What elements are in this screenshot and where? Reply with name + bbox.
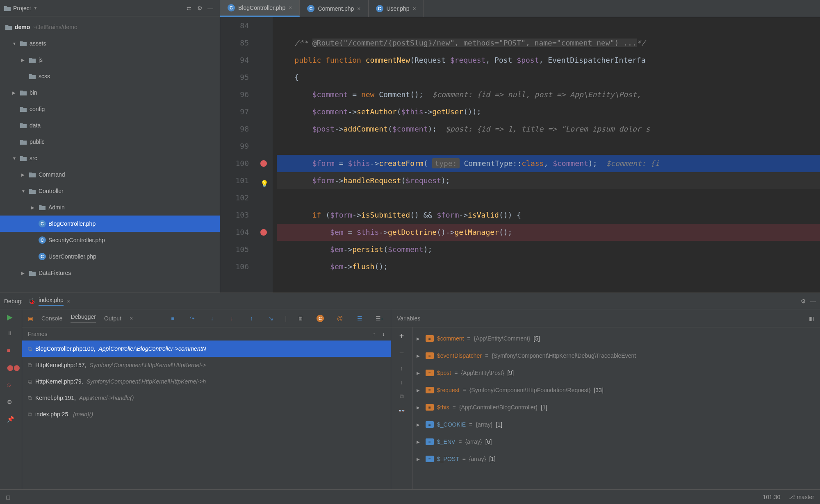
breakpoint-icon[interactable] bbox=[260, 160, 267, 167]
tree-item[interactable]: ▶js bbox=[0, 52, 220, 68]
code-line[interactable] bbox=[277, 189, 820, 207]
gear-icon[interactable]: ⚙ bbox=[801, 298, 806, 304]
scroll-from-source-icon[interactable]: ⇄ bbox=[184, 5, 194, 11]
stack-frame[interactable]: ⧉HttpKernel.php:157, Symfony\Component\H… bbox=[22, 357, 391, 373]
settings-icon[interactable]: ⚙ bbox=[7, 399, 15, 407]
line-number[interactable]: 98 bbox=[220, 120, 249, 138]
tree-item[interactable]: data bbox=[0, 117, 220, 134]
variable-row[interactable]: ▶≡$eventDispatcher = {Symfony\Component\… bbox=[412, 347, 820, 364]
line-number[interactable]: 103 bbox=[220, 207, 249, 224]
stop-icon[interactable]: ■ bbox=[7, 347, 15, 355]
line-number[interactable]: 100 bbox=[220, 155, 249, 172]
step-over-icon[interactable]: ↷ bbox=[187, 315, 198, 322]
remove-watch-icon[interactable]: − bbox=[399, 348, 404, 358]
code-line[interactable]: $post->addComment($comment); $post: {id … bbox=[277, 120, 820, 138]
code-line[interactable] bbox=[277, 17, 820, 34]
glasses-icon[interactable]: 👓 bbox=[398, 407, 405, 414]
code-line[interactable]: $em = $this->getDoctrine()->getManager()… bbox=[277, 224, 820, 241]
step-out-icon[interactable]: ↑ bbox=[246, 315, 257, 322]
expand-icon[interactable]: ▶ bbox=[417, 388, 422, 393]
breakpoint-icon[interactable] bbox=[260, 229, 267, 236]
variable-row[interactable]: ▶≡$this = {App\Controller\BlogController… bbox=[412, 399, 820, 416]
expand-icon[interactable]: ▶ bbox=[417, 336, 422, 341]
tree-item[interactable]: ▶Admin bbox=[0, 199, 220, 216]
line-number[interactable]: 97 bbox=[220, 103, 249, 120]
line-number[interactable]: 104 bbox=[220, 224, 249, 241]
move-down-icon[interactable]: ↓ bbox=[400, 379, 403, 386]
layout-icon[interactable]: ◧ bbox=[809, 315, 814, 322]
tree-item[interactable]: ▶Command bbox=[0, 166, 220, 183]
frames-list[interactable]: ⧉BlogController.php:100, App\Controller\… bbox=[22, 341, 391, 489]
expand-icon[interactable]: ▶ bbox=[417, 422, 422, 427]
list-icon[interactable]: ☰ bbox=[354, 315, 365, 322]
tree-item[interactable]: ▼assets bbox=[0, 35, 220, 52]
code-line[interactable]: $form = $this->createForm( type: Comment… bbox=[277, 155, 820, 172]
line-number[interactable]: 102 bbox=[220, 189, 249, 207]
view-breakpoints-icon[interactable]: ⬤⬤ bbox=[7, 364, 15, 372]
php-icon[interactable]: C bbox=[314, 315, 326, 322]
tree-item[interactable]: scss bbox=[0, 68, 220, 84]
tree-item[interactable]: ▶bin bbox=[0, 84, 220, 101]
hide-icon[interactable]: — bbox=[810, 298, 816, 304]
close-icon[interactable]: × bbox=[130, 315, 133, 322]
close-icon[interactable]: × bbox=[357, 5, 360, 12]
variable-row[interactable]: ▶≡$request = {Symfony\Component\HttpFoun… bbox=[412, 381, 820, 399]
stack-frame[interactable]: ⧉BlogController.php:100, App\Controller\… bbox=[22, 341, 391, 357]
at-icon[interactable]: @ bbox=[334, 315, 346, 322]
editor-tab[interactable]: CBlogController.php× bbox=[220, 0, 300, 17]
code-line[interactable]: public function commentNew(Request $requ… bbox=[277, 52, 820, 69]
project-root[interactable]: demo ~/JetBrains/demo bbox=[0, 19, 220, 35]
evaluate-icon[interactable]: 🖩 bbox=[295, 315, 306, 322]
stack-frame[interactable]: ⧉Kernel.php:191, App\Kernel->handle() bbox=[22, 390, 391, 406]
line-number[interactable]: 94 bbox=[220, 52, 249, 69]
expand-icon[interactable]: ▶ bbox=[417, 405, 422, 410]
git-branch[interactable]: ⎇ master bbox=[788, 494, 814, 500]
tool-windows-icon[interactable]: ◻ bbox=[6, 494, 11, 500]
variable-row[interactable]: ▶≡$_COOKIE = {array} [1] bbox=[412, 416, 820, 433]
editor-tab[interactable]: CUser.php× bbox=[369, 0, 424, 17]
gear-icon[interactable]: ⚙ bbox=[194, 5, 205, 11]
cursor-position[interactable]: 101:30 bbox=[763, 494, 780, 500]
editor-tab[interactable]: CComment.php× bbox=[300, 0, 368, 17]
tree-item[interactable]: ▼src bbox=[0, 150, 220, 166]
gutter-marks[interactable]: 💡 bbox=[256, 17, 273, 293]
pin-icon[interactable]: 📌 bbox=[7, 416, 15, 424]
line-number-gutter[interactable]: 8485949596979899100101102103104105106 bbox=[220, 17, 256, 293]
stack-frame[interactable]: ⧉HttpKernel.php:79, Symfony\Component\Ht… bbox=[22, 373, 391, 390]
code-line[interactable]: if ($form->isSubmitted() && $form->isVal… bbox=[277, 207, 820, 224]
line-number[interactable]: 96 bbox=[220, 86, 249, 103]
expand-icon[interactable]: ▶ bbox=[417, 457, 422, 461]
tree-item[interactable]: CSecurityController.php bbox=[0, 232, 220, 248]
project-selector-label[interactable]: Project bbox=[13, 5, 31, 11]
close-icon[interactable]: × bbox=[289, 5, 292, 11]
tree-item[interactable]: ▼Controller bbox=[0, 183, 220, 199]
code-line[interactable]: $comment = new Comment(); $comment: {id … bbox=[277, 86, 820, 103]
line-number[interactable]: 84 bbox=[220, 17, 249, 34]
variable-row[interactable]: ▶≡$post = {App\Entity\Post} [9] bbox=[412, 364, 820, 381]
line-number[interactable]: 85 bbox=[220, 34, 249, 52]
tree-item[interactable]: config bbox=[0, 101, 220, 117]
expand-icon[interactable]: ▶ bbox=[417, 371, 422, 375]
expand-icon[interactable]: ▶ bbox=[417, 440, 422, 444]
code-line[interactable]: /** @Route("/comment/{postSlug}/new", me… bbox=[277, 34, 820, 52]
force-step-into-icon[interactable]: ↓ bbox=[226, 315, 237, 322]
line-number[interactable]: 101 bbox=[220, 172, 249, 189]
debug-config-name[interactable]: index.php bbox=[39, 297, 64, 306]
tab-console[interactable]: Console bbox=[41, 315, 62, 322]
line-number[interactable]: 95 bbox=[220, 69, 249, 86]
close-icon[interactable]: × bbox=[67, 298, 70, 304]
code-line[interactable]: $comment->setAuthor($this->getUser()); bbox=[277, 103, 820, 120]
chevron-down-icon[interactable]: ▼ bbox=[34, 6, 38, 10]
resume-icon[interactable]: ▶ bbox=[7, 313, 15, 321]
tree-item[interactable]: CUserController.php bbox=[0, 248, 220, 265]
next-frame-icon[interactable]: ↓ bbox=[382, 331, 385, 337]
line-number[interactable]: 105 bbox=[220, 241, 249, 258]
tab-output[interactable]: Output bbox=[104, 315, 121, 322]
code-editor[interactable]: /** @Route("/comment/{postSlug}/new", me… bbox=[273, 17, 820, 293]
run-to-cursor-icon[interactable]: ↘ bbox=[265, 315, 277, 322]
variables-list[interactable]: ▶≡$comment = {App\Entity\Comment} [5]▶≡$… bbox=[412, 327, 820, 489]
tree-item[interactable]: public bbox=[0, 134, 220, 150]
close-icon[interactable]: × bbox=[413, 5, 416, 12]
add-watch-icon[interactable]: + bbox=[399, 331, 404, 341]
previous-frame-icon[interactable]: ↑ bbox=[373, 331, 376, 337]
